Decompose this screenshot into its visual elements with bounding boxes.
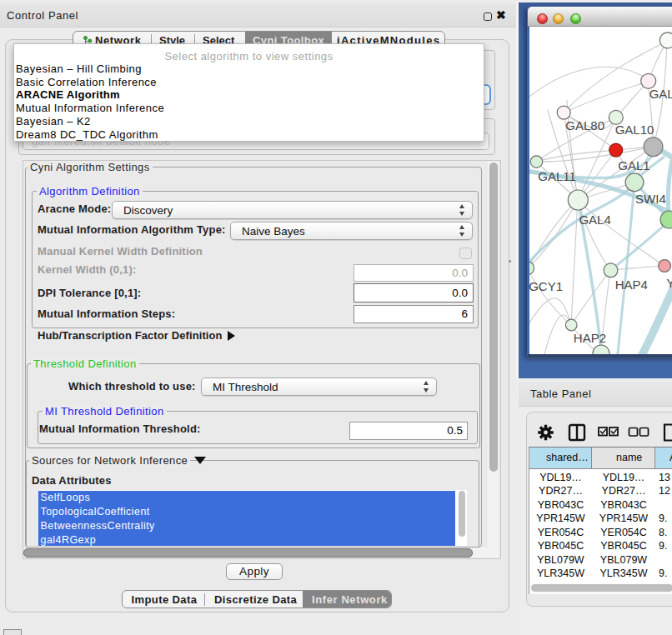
svg-text:GCY1: GCY1 [529, 279, 563, 293]
svg-text:GAL: GAL [649, 87, 672, 101]
svg-text:GAL10: GAL10 [615, 122, 654, 137]
svg-text:GAL11: GAL11 [538, 169, 576, 183]
svg-text:SWI4: SWI4 [635, 192, 666, 206]
svg-text:Y: Y [666, 276, 672, 290]
svg-text:GAL1: GAL1 [618, 158, 649, 172]
svg-text:HAP4: HAP4 [615, 278, 648, 292]
svg-text:GAL4: GAL4 [579, 212, 610, 227]
svg-text:GAL80: GAL80 [565, 118, 604, 132]
svg-text:HAP2: HAP2 [574, 331, 606, 345]
